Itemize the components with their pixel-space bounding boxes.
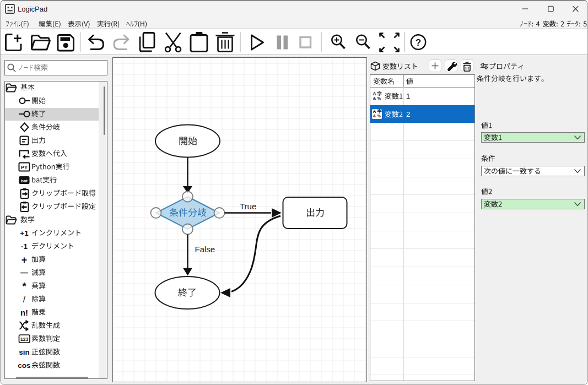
svg-text:&: & [373,96,376,101]
svg-text:&: & [373,113,376,118]
svg-text:%: % [377,113,381,118]
svg-text:%: % [377,96,381,101]
